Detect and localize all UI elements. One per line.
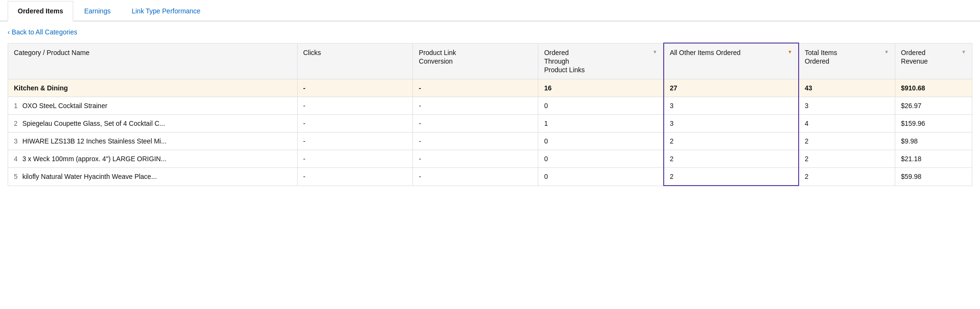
cell-product: 5 kilofly Natural Water Hyacinth Weave P… bbox=[8, 168, 298, 186]
col-header-ordered-product[interactable]: OrderedThroughProduct Links ▼ bbox=[538, 43, 664, 79]
cell-clicks: - bbox=[297, 150, 413, 168]
col-header-total[interactable]: Total ItemsOrdered ▼ bbox=[799, 43, 895, 79]
cell-revenue: $159.96 bbox=[895, 115, 972, 132]
cell-ordered-product: 0 bbox=[538, 97, 664, 115]
back-to-all-categories-link[interactable]: ‹ Back to All Categories bbox=[8, 28, 78, 36]
col-header-conversion[interactable]: Product LinkConversion bbox=[413, 43, 538, 79]
table-row: 2 Spiegelau Coupette Glass, Set of 4 Coc… bbox=[8, 115, 972, 132]
cell-total: 2 bbox=[799, 150, 895, 168]
cell-conversion: - bbox=[413, 132, 538, 150]
cell-clicks: - bbox=[297, 115, 413, 132]
tab-bar: Ordered Items Earnings Link Type Perform… bbox=[0, 0, 980, 22]
sort-total-icon: ▼ bbox=[884, 49, 889, 55]
cell-total: 2 bbox=[799, 132, 895, 150]
cell-all-other: 3 bbox=[664, 97, 799, 115]
sort-all-other-icon: ▼ bbox=[788, 49, 792, 55]
cell-ordered-product: 0 bbox=[538, 168, 664, 186]
table-header-row: Category / Product Name Clicks Product L… bbox=[8, 43, 972, 79]
cell-all-other: 2 bbox=[664, 168, 799, 186]
table-row: 3 HIWARE LZS13B 12 Inches Stainless Stee… bbox=[8, 132, 972, 150]
cell-ordered-product: 1 bbox=[538, 115, 664, 132]
cell-total: 43 bbox=[799, 79, 895, 97]
cell-revenue: $910.68 bbox=[895, 79, 972, 97]
cell-conversion: - bbox=[413, 97, 538, 115]
table-row: Kitchen & Dining - - 16 27 43 $9 bbox=[8, 79, 972, 97]
cell-ordered-product: 0 bbox=[538, 150, 664, 168]
cell-revenue: $59.98 bbox=[895, 168, 972, 186]
cell-all-other: 2 bbox=[664, 132, 799, 150]
cell-ordered-product: 16 bbox=[538, 79, 664, 97]
tab-earnings[interactable]: Earnings bbox=[74, 1, 121, 22]
cell-product: 2 Spiegelau Coupette Glass, Set of 4 Coc… bbox=[8, 115, 298, 132]
performance-table: Category / Product Name Clicks Product L… bbox=[8, 43, 972, 186]
table-container: Category / Product Name Clicks Product L… bbox=[0, 43, 980, 194]
cell-total: 3 bbox=[799, 97, 895, 115]
cell-all-other: 3 bbox=[664, 115, 799, 132]
col-header-all-other[interactable]: All Other Items Ordered ▼ bbox=[664, 43, 799, 79]
back-link-container: ‹ Back to All Categories bbox=[0, 22, 980, 43]
table-row: 5 kilofly Natural Water Hyacinth Weave P… bbox=[8, 168, 972, 186]
table-row: 4 3 x Weck 100mm (approx. 4") LARGE ORIG… bbox=[8, 150, 972, 168]
cell-clicks: - bbox=[297, 132, 413, 150]
cell-total: 4 bbox=[799, 115, 895, 132]
tab-link-type-performance[interactable]: Link Type Performance bbox=[122, 1, 211, 22]
cell-conversion: - bbox=[413, 150, 538, 168]
sort-ordered-product-icon: ▼ bbox=[653, 49, 657, 55]
chevron-left-icon: ‹ bbox=[8, 28, 10, 36]
cell-all-other: 2 bbox=[664, 150, 799, 168]
col-header-product: Category / Product Name bbox=[8, 43, 298, 79]
cell-clicks: - bbox=[297, 79, 413, 97]
cell-product: 3 HIWARE LZS13B 12 Inches Stainless Stee… bbox=[8, 132, 298, 150]
cell-product: Kitchen & Dining bbox=[8, 79, 298, 97]
cell-product: 1 OXO SteeL Cocktail Strainer bbox=[8, 97, 298, 115]
col-header-revenue[interactable]: OrderedRevenue ▼ bbox=[895, 43, 972, 79]
col-header-clicks[interactable]: Clicks bbox=[297, 43, 413, 79]
cell-conversion: - bbox=[413, 168, 538, 186]
cell-all-other: 27 bbox=[664, 79, 799, 97]
cell-product: 4 3 x Weck 100mm (approx. 4") LARGE ORIG… bbox=[8, 150, 298, 168]
cell-total: 2 bbox=[799, 168, 895, 186]
cell-ordered-product: 0 bbox=[538, 132, 664, 150]
cell-revenue: $9.98 bbox=[895, 132, 972, 150]
cell-conversion: - bbox=[413, 79, 538, 97]
table-row: 1 OXO SteeL Cocktail Strainer - - 0 3 3 bbox=[8, 97, 972, 115]
tab-ordered-items[interactable]: Ordered Items bbox=[8, 1, 73, 22]
cell-revenue: $26.97 bbox=[895, 97, 972, 115]
sort-revenue-icon: ▼ bbox=[961, 49, 966, 55]
cell-revenue: $21.18 bbox=[895, 150, 972, 168]
cell-clicks: - bbox=[297, 168, 413, 186]
cell-clicks: - bbox=[297, 97, 413, 115]
cell-conversion: - bbox=[413, 115, 538, 132]
